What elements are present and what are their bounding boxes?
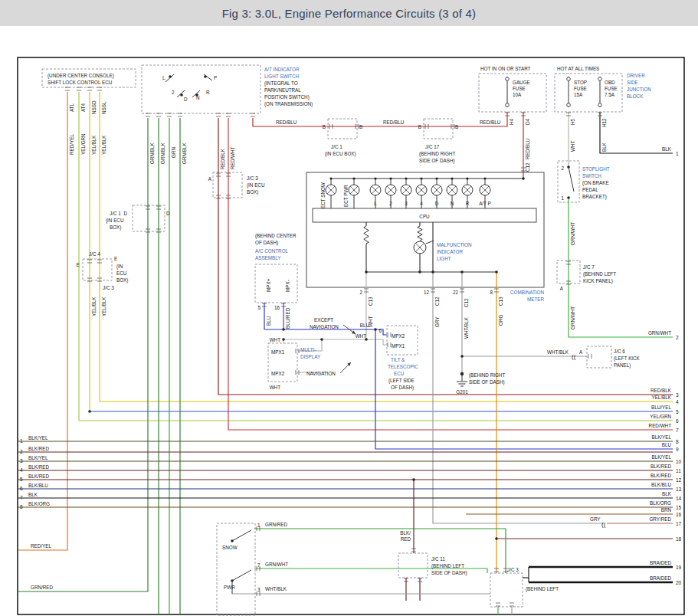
junction-dot [451, 177, 453, 179]
wire-label: BLK/YEL [28, 435, 48, 441]
junction-dot [567, 196, 570, 199]
wire-label: N [196, 95, 200, 100]
fuse-terminal [567, 103, 571, 107]
wire-label: RED/YEL [69, 134, 74, 155]
wht-bus [283, 339, 387, 345]
terminal-number: 19 [676, 565, 682, 570]
wire-red-yel [18, 92, 67, 550]
wire-label: (BEHIND LEFT [583, 271, 616, 277]
wire-label: 1 [257, 523, 261, 528]
terminal-number: 3 [676, 392, 679, 398]
wire-label: BLK [601, 142, 607, 152]
terminal-number: 5 [20, 477, 23, 482]
mil-label: MALFUNCTION [437, 242, 472, 247]
wire-label: SIDE OF DASH) [431, 570, 467, 576]
junction-dot [420, 177, 422, 179]
junction-dot [320, 338, 323, 341]
wire-label: WHT [270, 385, 280, 390]
wire-grn-red-ect [254, 529, 506, 573]
wire-label: (BEHIND RIGHT [419, 151, 455, 157]
wire-label: YEL/GRN [650, 414, 671, 419]
wire-label: PANEL) [614, 362, 631, 369]
wire-label: 10A [513, 92, 522, 97]
tilt-telescopic-box [387, 326, 418, 355]
wire-label: 6 [378, 328, 382, 333]
wire-label: GRY [434, 316, 440, 327]
wire-grn-blk-a [18, 118, 148, 591]
terminal-number: 8 [676, 439, 679, 444]
wire-label: C12 [525, 162, 530, 172]
ect-switch-box [217, 523, 255, 615]
junction-dot [483, 177, 486, 179]
wire-label: 7.5A [605, 92, 615, 97]
terminal-number: 15 [676, 505, 682, 510]
wire-label: (ON BRAKE [582, 180, 609, 186]
fuse-terminal [506, 77, 510, 81]
wire-label: MPX2 [271, 371, 285, 376]
junction-dot [180, 93, 183, 97]
junction-dot [418, 270, 421, 274]
wire-label: 8 [490, 290, 493, 295]
wire-label: BLK/BLU [28, 483, 48, 488]
wire-label: H5 [570, 118, 575, 125]
wire-label: 2 [561, 165, 564, 171]
terminal-number: 18 [676, 536, 682, 542]
terminal-number: 1 [676, 151, 679, 156]
terminal-number: 7 [20, 495, 23, 500]
wire-label: (( [601, 521, 606, 528]
wire-label: WHT [570, 141, 575, 152]
wire-label: PEDAL [582, 187, 598, 192]
wire-label: SIDE [627, 80, 638, 85]
wire-label: B [359, 124, 362, 129]
wire-label: D4 [525, 118, 530, 125]
junction-dot [431, 270, 434, 274]
wire-label: GRN/BLK [149, 143, 155, 164]
wire-label: SIDE OF DASH) [469, 379, 505, 385]
wire-label: OBD [605, 80, 615, 85]
wire-label: RED/BLK [650, 388, 672, 393]
wire-label: KICK PANEL) [583, 278, 613, 284]
wire-label: YEL/BLK [101, 297, 107, 316]
wire-label: BLK [662, 146, 672, 152]
wire-label: A [208, 176, 212, 182]
switch-blade [232, 530, 251, 541]
wire-label: GRN/BLK [182, 143, 187, 164]
wire-label: BLK/ [400, 530, 411, 536]
wire-label: D [184, 97, 188, 102]
fuse-terminal [598, 77, 602, 81]
tilt-ecu-label: TILT & [391, 357, 405, 362]
wire-label: YEL/BLK [91, 297, 97, 316]
wire-label: PARK/NEUTRAL [264, 87, 301, 93]
terminal-number: 3 [20, 458, 23, 464]
gear-position-letter: R [466, 201, 470, 206]
wire-label: NAVIGATION [310, 324, 339, 329]
wire-label: GAUGE [513, 80, 530, 85]
jc4-box [83, 259, 112, 280]
wire-label: ORG [498, 315, 503, 326]
wire-label: C13 [368, 297, 373, 306]
terminal-number: 13 [676, 487, 682, 492]
terminal-number: 14 [676, 496, 682, 501]
wire-label: (BEHIND LEFT [431, 563, 464, 569]
wire-label: GRY/RED [649, 516, 671, 522]
wire-label: 22 [453, 290, 459, 295]
wire-label: H4 [509, 118, 514, 125]
jc6-box [587, 346, 611, 368]
jc3-bottom-label: J/C 3 [507, 567, 519, 572]
wire-label: BLK [662, 491, 672, 496]
wire-label: (IN ECU [247, 182, 265, 188]
wire-label: BOX) [247, 189, 258, 195]
wire-label: WHT/BLK [265, 586, 287, 591]
wire-label: BOX) [110, 224, 121, 231]
jc1-top-label: J/C 1 [331, 144, 342, 149]
wire-label: (BEHIND LEFT [526, 586, 559, 592]
junction-dot [460, 355, 464, 358]
wire-label: DISPLAY [300, 354, 321, 359]
wire-label: FUSE [574, 86, 587, 91]
wire-label: ECU [394, 371, 405, 376]
junction-dot [329, 177, 332, 179]
wire-label: A [579, 349, 583, 355]
wire-label: BRN [661, 507, 672, 513]
wire-label: FUSE [513, 86, 526, 91]
wire-label: BLK/RED [650, 473, 671, 478]
